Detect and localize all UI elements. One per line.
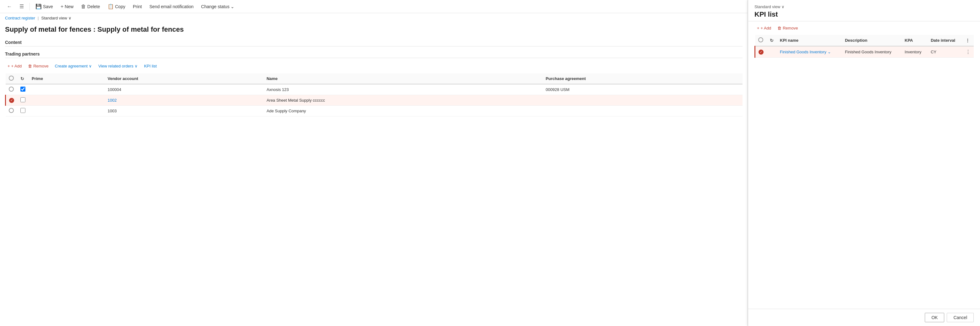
- row-radio-cell: [6, 84, 18, 95]
- table-row: 100004Axnosis 123000928 USM: [6, 84, 743, 95]
- col-vendor-account: Vendor account: [105, 73, 264, 84]
- row-purchase-agreement-cell: [542, 106, 743, 116]
- new-button[interactable]: + New: [57, 2, 76, 11]
- row-prime-cell: [29, 84, 105, 95]
- tp-create-agreement-button[interactable]: Create agreement ∨: [52, 62, 95, 70]
- row-prime-cell: [29, 95, 105, 106]
- row-prime-cell: [29, 106, 105, 116]
- kpi-refresh-icon[interactable]: ↻: [770, 38, 773, 43]
- kpi-add-label: + Add: [761, 26, 772, 30]
- row-vendor-account-cell: 100004: [105, 84, 264, 95]
- ok-button[interactable]: OK: [925, 313, 944, 322]
- save-button[interactable]: 💾 Save: [32, 2, 56, 11]
- row-vendor-account-cell: 1002: [105, 95, 264, 106]
- trading-partners-section: Trading partners + + Add 🗑 Remove Create…: [5, 49, 743, 116]
- delete-button[interactable]: 🗑 Delete: [78, 2, 103, 11]
- save-label: Save: [43, 4, 53, 9]
- row-radio[interactable]: [9, 98, 14, 103]
- col-purchase-agreement: Purchase agreement: [542, 73, 743, 84]
- row-name-cell: Ade Supply Company: [264, 106, 543, 116]
- cancel-label: Cancel: [953, 315, 967, 320]
- tp-view-orders-label: View related orders: [98, 64, 133, 68]
- row-checkbox[interactable]: [21, 97, 25, 102]
- kpi-header-row: ↻ KPI name Description KPA Date interval…: [755, 35, 974, 46]
- page-title: Supply of metal for fences : Supply of m…: [0, 23, 748, 37]
- tp-create-chevron-icon: ∨: [89, 64, 92, 68]
- hamburger-button[interactable]: ☰: [16, 2, 27, 11]
- email-button[interactable]: Send email notification: [146, 3, 197, 11]
- row-checkbox[interactable]: [21, 108, 25, 113]
- col-prime: Prime: [29, 73, 105, 84]
- kpi-tbody: Finished Goods Inventory ⌄Finished Goods…: [755, 46, 974, 58]
- tp-add-icon: +: [8, 64, 10, 68]
- col-refresh: ↻: [17, 73, 29, 84]
- back-button[interactable]: ←: [4, 2, 15, 11]
- row-purchase-agreement-cell: 000928 USM: [542, 84, 743, 95]
- kpi-table: ↻ KPI name Description KPA Date interval…: [754, 35, 974, 58]
- copy-label: Copy: [115, 4, 126, 9]
- delete-label: Delete: [87, 4, 100, 9]
- kpi-view-label: Standard view: [754, 5, 780, 9]
- kpi-row-description-cell: Finished Goods Inventory: [842, 46, 901, 58]
- back-icon: ←: [7, 4, 12, 10]
- kpi-name-chevron-icon: ⌄: [827, 49, 831, 54]
- kpi-row-date-interval-cell: CY: [928, 46, 963, 58]
- tp-add-label: + Add: [11, 64, 22, 68]
- kpi-panel-footer: OK Cancel: [748, 309, 980, 326]
- tp-kpi-button[interactable]: KPI list: [142, 62, 159, 70]
- tp-remove-button[interactable]: 🗑 Remove: [25, 62, 51, 70]
- header-radio[interactable]: [9, 76, 14, 81]
- trading-partners-table: ↻ Prime Vendor account Name Purchase agr…: [5, 73, 743, 116]
- breadcrumb: Contract register | Standard view ∨: [0, 13, 748, 23]
- kpi-col-radio: [755, 35, 767, 46]
- vendor-account-link[interactable]: 1002: [108, 98, 117, 103]
- row-radio[interactable]: [9, 108, 14, 113]
- refresh-icon[interactable]: ↻: [21, 76, 24, 81]
- kpi-panel-header: Standard view ∨ KPI list: [748, 0, 980, 21]
- kpi-row-radio[interactable]: [759, 49, 764, 55]
- kpi-row-more-cell: ⋮: [963, 46, 974, 58]
- tp-add-button[interactable]: + + Add: [5, 62, 24, 70]
- status-button[interactable]: Change status ⌄: [198, 3, 237, 11]
- kpi-view-selector[interactable]: Standard view ∨: [754, 5, 974, 9]
- row-radio[interactable]: [9, 87, 14, 92]
- row-radio-cell: [6, 95, 18, 106]
- kpi-view-chevron-icon: ∨: [781, 5, 784, 9]
- kpi-row-radio-cell: [755, 46, 767, 58]
- kpi-header-radio[interactable]: [758, 37, 763, 42]
- kpi-remove-icon: 🗑: [777, 26, 781, 30]
- table-row: 1002Area Sheet Metal Supply cccccc: [6, 95, 743, 106]
- tp-view-orders-chevron-icon: ∨: [135, 64, 138, 68]
- kpi-col-date-interval: Date interval: [928, 35, 963, 46]
- more-options-icon[interactable]: ⋮: [966, 49, 970, 55]
- print-label: Print: [133, 4, 142, 9]
- left-panel: ← ☰ 💾 Save + New 🗑 Delete 📋 Copy Print S…: [0, 0, 748, 326]
- kpi-panel: Standard view ∨ KPI list + + Add 🗑 Remov…: [748, 0, 980, 326]
- content-section-header: Content: [5, 37, 743, 46]
- kpi-add-button[interactable]: + + Add: [754, 24, 773, 32]
- row-checkbox[interactable]: [21, 87, 25, 92]
- content-area: Content Trading partners + + Add 🗑 Remov…: [0, 37, 748, 326]
- tp-kpi-label: KPI list: [144, 64, 156, 68]
- cancel-button[interactable]: Cancel: [947, 313, 974, 322]
- trading-partners-tbody: 100004Axnosis 123000928 USM1002Area Shee…: [6, 84, 743, 116]
- trading-partners-toolbar: + + Add 🗑 Remove Create agreement ∨ View…: [5, 60, 743, 72]
- breadcrumb-view-label: Standard view: [41, 16, 67, 21]
- status-label: Change status: [201, 4, 229, 9]
- kpi-col-description: Description: [842, 35, 901, 46]
- col-radio: [6, 73, 18, 84]
- kpi-remove-button[interactable]: 🗑 Remove: [775, 24, 800, 32]
- table-row: 1003Ade Supply Company: [6, 106, 743, 116]
- copy-button[interactable]: 📋 Copy: [105, 2, 129, 11]
- kpi-name-link[interactable]: Finished Goods Inventory ⌄: [780, 49, 838, 54]
- kpi-col-name: KPI name: [777, 35, 842, 46]
- row-vendor-account-cell: 1003: [105, 106, 264, 116]
- kpi-table-row: Finished Goods Inventory ⌄Finished Goods…: [755, 46, 974, 58]
- breadcrumb-link[interactable]: Contract register: [5, 16, 35, 21]
- breadcrumb-view-selector[interactable]: Standard view ∨: [41, 16, 71, 21]
- kpi-row-kpa-cell: Inventory: [902, 46, 928, 58]
- tp-view-orders-button[interactable]: View related orders ∨: [95, 62, 140, 70]
- kpi-col-kpa: KPA: [902, 35, 928, 46]
- print-button[interactable]: Print: [130, 3, 145, 11]
- row-checkbox-cell: [17, 95, 29, 106]
